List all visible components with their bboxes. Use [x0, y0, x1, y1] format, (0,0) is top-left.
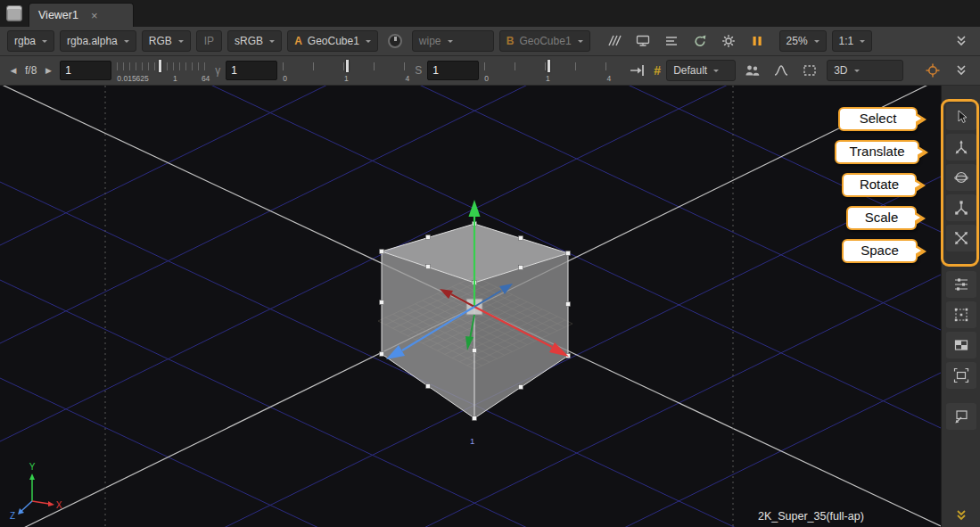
channels-dropdown[interactable]: rgba [7, 30, 54, 52]
lut-dropdown[interactable]: Default [666, 60, 736, 81]
pause-icon [749, 33, 765, 49]
axis-x-label: X [56, 500, 62, 510]
translate-axes-icon [952, 138, 970, 156]
refresh-button[interactable] [688, 30, 712, 52]
wipe-value: wipe [419, 35, 441, 47]
caret-down-icon [42, 40, 47, 45]
tick-label: 1 [173, 75, 177, 83]
frame-region-button[interactable] [946, 362, 976, 389]
lut-value: Default [673, 64, 707, 77]
select-tool-button[interactable] [946, 103, 976, 130]
fstop-decrease-button[interactable]: ◀ [7, 66, 20, 75]
scale-tool-button[interactable] [946, 194, 976, 221]
grid-handles-icon [952, 306, 970, 324]
overlay-lines-button[interactable] [660, 30, 683, 52]
fstop-increase-button[interactable]: ▶ [42, 66, 54, 75]
alpha-channel-dropdown[interactable]: rgba.alpha [60, 30, 136, 52]
select-cursor-icon [952, 108, 970, 126]
space-tool-button[interactable] [946, 225, 976, 251]
sliders-icon [952, 276, 970, 293]
roi-button[interactable] [798, 60, 821, 81]
slider-tick-labels: 0.015625 1 64 [117, 75, 210, 83]
input-b-value: GeoCube1 [520, 35, 572, 47]
display-controls-button[interactable] [946, 271, 976, 298]
settings-button[interactable] [717, 30, 740, 52]
gamma-slider[interactable]: 0 1 4 [283, 59, 409, 82]
caret-down-icon [854, 70, 860, 75]
axis-z-label: Z [10, 511, 15, 521]
crosshair-sampler-icon [925, 62, 941, 78]
frame-brackets-icon [952, 366, 970, 384]
saturation-input[interactable] [427, 61, 479, 80]
zoom-level-dropdown[interactable]: 25% [779, 30, 827, 52]
rotate-tool-button[interactable] [946, 164, 976, 191]
stereo-views-button[interactable] [741, 60, 764, 81]
translate-tool-button[interactable] [946, 134, 976, 161]
format-label: 2K_Super_35(full-ap) [758, 510, 864, 523]
diagonal-stripes-icon [606, 33, 622, 49]
lattice-grid-button[interactable] [946, 301, 976, 328]
display-mode-dropdown[interactable]: RGB [142, 30, 191, 52]
input-b-badge: B [506, 35, 515, 47]
tick-label: 4 [406, 75, 410, 83]
nuke-viewer-window: Viewer1 × rgba rgba.alpha RGB IP sRGB A … [0, 0, 980, 527]
view-mode-dropdown[interactable]: 3D [827, 60, 903, 81]
collapse-top-toolbar-button[interactable] [950, 30, 973, 52]
zoom-region-button[interactable] [946, 403, 976, 430]
slider-tick-labels: 0 1 4 [484, 75, 611, 83]
tick-label: 1 [344, 75, 349, 83]
input-b-dropdown[interactable]: B GeoCube1 [499, 30, 590, 52]
caret-down-icon [578, 40, 583, 45]
chevron-double-down-icon [953, 507, 969, 523]
colorspace-dropdown[interactable]: sRGB [227, 30, 282, 52]
tab-viewer1[interactable]: Viewer1 × [29, 3, 134, 27]
slider-handle[interactable] [346, 60, 349, 72]
curve-icon [773, 62, 789, 78]
caret-down-icon [713, 70, 719, 75]
checker-wipe-button[interactable] [603, 30, 626, 52]
callout-select: Select [838, 107, 918, 131]
caret-down-icon [366, 40, 371, 45]
gain-slider[interactable]: 0.015625 1 64 [117, 59, 210, 82]
ab-blend-knob[interactable] [383, 30, 407, 52]
zoom-level-value: 25% [786, 35, 808, 47]
histogram-button[interactable] [770, 60, 793, 81]
caret-down-icon [124, 40, 129, 45]
tab-bar: Viewer1 × [0, 0, 980, 27]
viewer-toolbar-exposure: ◀ f/8 ▶ 0.015625 1 64 γ 0 1 4 S [0, 56, 980, 86]
callout-scale: Scale [846, 206, 917, 230]
split-compare-button[interactable] [946, 332, 976, 358]
input-a-dropdown[interactable]: A GeoCube1 [287, 30, 378, 52]
slider-handle[interactable] [548, 60, 550, 72]
monitor-output-button[interactable] [631, 30, 655, 52]
callout-space: Space [842, 239, 918, 263]
gain-input[interactable] [60, 61, 111, 80]
monitor-icon [635, 33, 651, 49]
alpha-channel-value: rgba.alpha [67, 35, 118, 47]
tab-close-icon[interactable]: × [91, 9, 98, 22]
collapse-side-toolbar-button[interactable] [942, 507, 980, 523]
pane-menu-icon[interactable] [6, 5, 22, 21]
box-with-arrow-icon [952, 408, 970, 425]
saturation-slider[interactable]: 0 1 4 [484, 59, 611, 82]
slider-tick-labels: 0 1 4 [283, 75, 409, 83]
pause-button[interactable] [745, 30, 769, 52]
color-sample-button[interactable] [921, 60, 944, 81]
viewer-3d-viewport[interactable]: 1 Y X Z 2K_Super_35(full-ap) [0, 86, 941, 527]
downstream-effects-button[interactable] [625, 60, 648, 81]
wipe-dropdown[interactable]: wipe [412, 30, 494, 52]
slider-handle[interactable] [159, 60, 161, 72]
view-mode-value: 3D [834, 64, 847, 77]
dashed-selection-box-icon [802, 62, 818, 78]
colorspace-value: sRGB [235, 35, 263, 47]
input-process-button[interactable]: IP [196, 30, 222, 52]
proxy-dropdown[interactable]: 1:1 [832, 30, 873, 52]
tab-title: Viewer1 [38, 9, 78, 21]
gamma-input[interactable] [226, 61, 277, 80]
axis-y-label: Y [29, 462, 36, 472]
grid-toggle-button[interactable]: # [654, 63, 661, 78]
caret-down-icon [448, 40, 453, 45]
tick-label: 1 [546, 75, 550, 83]
viewer-content: 1 Y X Z 2K_Super_35(full-ap) [0, 86, 980, 527]
collapse-exposure-toolbar-button[interactable] [950, 60, 973, 81]
